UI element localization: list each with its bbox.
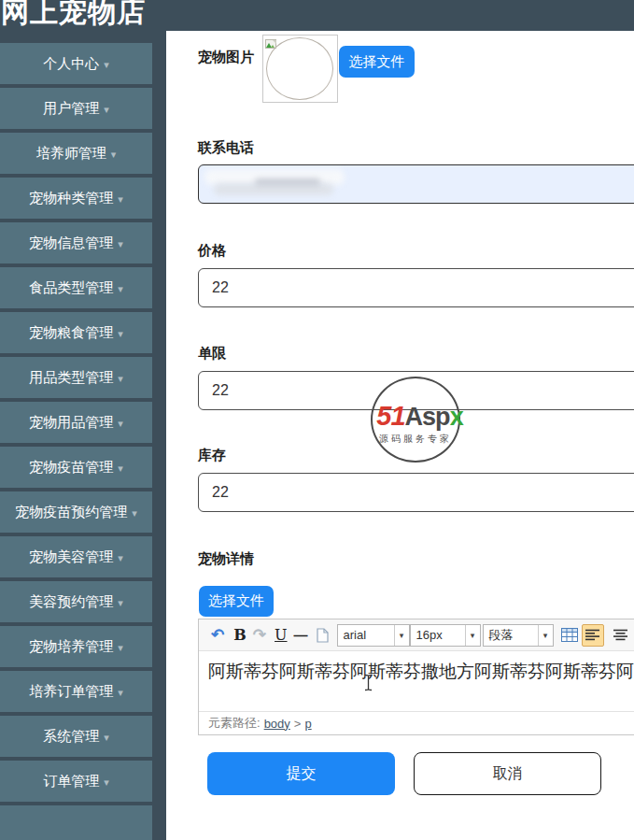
- chevron-down-icon: ▾: [118, 283, 123, 295]
- stock-input[interactable]: [198, 473, 634, 512]
- sidebar-item-personal-center[interactable]: 个人中心▾: [0, 43, 152, 84]
- price-input[interactable]: [198, 268, 634, 307]
- chevron-down-icon: ▾: [538, 625, 553, 646]
- align-center-icon[interactable]: [610, 624, 632, 647]
- detail-label: 宠物详情: [198, 550, 254, 568]
- horizontal-rule-button[interactable]: —: [294, 627, 308, 643]
- table-icon[interactable]: [561, 628, 578, 642]
- top-header: 网上宠物店: [0, 0, 634, 31]
- stock-label: 库存: [198, 447, 226, 464]
- pet-image-circle: [266, 37, 333, 100]
- undo-icon[interactable]: ↶: [211, 625, 224, 645]
- sidebar-item-pet-type-management[interactable]: 宠物种类管理▾: [0, 178, 152, 219]
- phone-label: 联系电话: [198, 139, 254, 157]
- sidebar-item-vaccine-management[interactable]: 宠物疫苗管理▾: [0, 447, 152, 488]
- rich-text-editor: ↶ B ↷ U — arial ▾ 16px ▾ 段落 ▾: [198, 619, 634, 735]
- sidebar-item-system-management[interactable]: 系统管理▾: [0, 716, 152, 757]
- sidebar-item-pet-training-management[interactable]: 宠物培养管理▾: [0, 626, 152, 667]
- sidebar-item-trainer-management[interactable]: 培养师管理▾: [0, 133, 152, 174]
- sidebar-item-order-management[interactable]: 订单管理▾: [0, 761, 152, 802]
- chevron-down-icon: ▾: [118, 642, 123, 654]
- redo-icon[interactable]: ↷: [253, 625, 266, 645]
- sidebar-item-user-management[interactable]: 用户管理▾: [0, 88, 152, 129]
- chevron-down-icon: ▾: [118, 193, 123, 206]
- pet-image-label: 宠物图片: [198, 49, 254, 66]
- chevron-down-icon: ▾: [118, 418, 123, 430]
- sidebar-item-pet-supply-management[interactable]: 宠物用品管理▾: [0, 402, 152, 443]
- chevron-down-icon: ▾: [118, 463, 123, 475]
- sidebar-item-supply-type-management[interactable]: 用品类型管理▾: [0, 357, 152, 398]
- price-label: 价格: [198, 242, 226, 260]
- chevron-down-icon: ▾: [118, 597, 123, 609]
- chevron-down-icon: ▾: [111, 149, 117, 161]
- editor-status-bar: 元素路径: body > p: [199, 711, 634, 734]
- sidebar-item-grooming-management[interactable]: 宠物美容管理▾: [0, 536, 152, 577]
- sidebar-item-vaccine-reservation-management[interactable]: 宠物疫苗预约管理▾: [0, 491, 152, 533]
- choose-file-button-image[interactable]: 选择文件: [339, 46, 415, 78]
- chevron-down-icon: ▾: [118, 373, 123, 385]
- chevron-down-icon: ▾: [104, 732, 109, 744]
- sidebar-item-grooming-reservation-management[interactable]: 美容预约管理▾: [0, 581, 152, 622]
- page-title: 网上宠物店: [1, 0, 146, 31]
- paragraph-select[interactable]: 段落 ▾: [483, 624, 554, 647]
- sidebar-item-stub: [0, 805, 152, 840]
- chevron-down-icon: ▾: [118, 328, 123, 340]
- cancel-button[interactable]: 取消: [414, 752, 601, 795]
- sidebar-item-pet-info-management[interactable]: 宠物信息管理▾: [0, 222, 152, 263]
- phone-input[interactable]: [198, 164, 634, 204]
- element-path-label: 元素路径:: [208, 715, 261, 732]
- limit-input[interactable]: [198, 371, 634, 410]
- element-path-p-link[interactable]: p: [304, 717, 311, 731]
- chevron-down-icon: ▾: [132, 507, 137, 520]
- chevron-down-icon: ▾: [394, 625, 409, 646]
- limit-label: 单限: [198, 345, 226, 363]
- app-window: 网上宠物店 个人中心▾ 用户管理▾ 培养师管理▾ 宠物种类管理▾ 宠物信息管理▾…: [0, 0, 634, 840]
- font-size-select[interactable]: 16px ▾: [410, 624, 481, 647]
- bold-button[interactable]: B: [233, 626, 247, 644]
- chevron-down-icon: ▾: [104, 59, 109, 71]
- choose-file-button-detail[interactable]: 选择文件: [199, 586, 274, 617]
- pet-image-preview: [262, 35, 338, 103]
- sidebar-item-food-type-management[interactable]: 食品类型管理▾: [0, 267, 152, 308]
- underline-button[interactable]: U: [275, 626, 287, 644]
- sidebar-item-pet-food-management[interactable]: 宠物粮食管理▾: [0, 312, 152, 353]
- redacted-smudge: [255, 178, 320, 186]
- chevron-down-icon: ▾: [465, 625, 480, 646]
- new-page-icon[interactable]: [317, 628, 329, 643]
- chevron-down-icon: ▾: [104, 104, 109, 116]
- align-left-icon[interactable]: [582, 624, 604, 647]
- chevron-down-icon: ▾: [118, 238, 123, 250]
- element-path-body-link[interactable]: body: [264, 717, 290, 731]
- sidebar: 个人中心▾ 用户管理▾ 培养师管理▾ 宠物种类管理▾ 宠物信息管理▾ 食品类型管…: [0, 31, 166, 840]
- chevron-down-icon: ▾: [118, 552, 123, 564]
- chevron-down-icon: ▾: [118, 687, 123, 699]
- chevron-down-icon: ▾: [104, 776, 109, 789]
- editor-content[interactable]: 阿斯蒂芬阿斯蒂芬阿斯蒂芬撒地方阿斯蒂芬阿斯蒂芬阿斯蒂芬撒地方: [199, 651, 634, 711]
- editor-toolbar: ↶ B ↷ U — arial ▾ 16px ▾ 段落 ▾: [199, 619, 634, 651]
- sidebar-item-training-order-management[interactable]: 培养订单管理▾: [0, 671, 152, 712]
- submit-button[interactable]: 提交: [207, 752, 395, 795]
- font-family-select[interactable]: arial ▾: [337, 624, 410, 647]
- watermark-subtitle: 源码服务专家: [373, 433, 458, 446]
